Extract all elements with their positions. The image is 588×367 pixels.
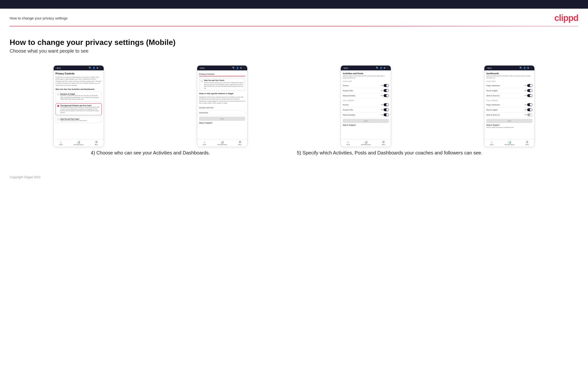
phone1-privacy-desc: Control how you and your data appears to… [56,76,102,86]
phone4-followers-label: FOLLOWERS [486,100,532,101]
phone2-save-button[interactable]: Save [199,117,245,121]
phone3-nav-home[interactable]: ⌂ Home [346,141,350,145]
toggle-1[interactable] [384,84,389,87]
header: How to change your privacy settings clip… [0,9,588,26]
phone1-nav-menu[interactable]: ☰ Menu [95,141,98,145]
toggle-11[interactable] [527,108,532,111]
phone3-coaches-drills[interactable]: Practice Drills ON [343,88,389,93]
phone3-followers-rounds[interactable]: Rounds ON [343,102,389,107]
toggle-3[interactable] [384,94,389,97]
phone4-save-button[interactable]: Save [486,119,532,123]
phone3-topbar: ‹ Back 🔍 👤 ⚙ ⋮ [341,66,391,70]
phone4-back[interactable]: ‹ Back [486,67,492,69]
phone1-option-3[interactable]: Only You and Your Coach Only you and the… [56,117,102,123]
settings-icon[interactable]: ⚙ [96,67,98,69]
phone2-back[interactable]: ‹ Back [199,67,205,69]
phone2-info-card: Only You and Your Coach Only you and the… [199,78,245,91]
phone1-icons: 🔍 👤 ⚙ ⋮ [89,67,102,69]
toggle-4[interactable] [384,103,389,106]
phone-column-2: ‹ Back 🔍 👤 ⚙ ⋮ Privacy Controls [153,65,291,147]
settings-icon-2[interactable]: ⚙ [240,67,242,69]
settings-icon-3[interactable]: ⚙ [384,67,386,69]
toggle-9[interactable] [527,94,532,97]
phone3-coaches-rounds-label: Rounds [343,85,348,86]
phone1-radio-3 [57,118,59,120]
dots-icon-3[interactable]: ⋮ [387,67,389,69]
phone3-followers-drills[interactable]: Practice Drills ON [343,107,389,112]
phone3-followers-label: FOLLOWERS [343,100,389,101]
phone2-topbar: ‹ Back 🔍 👤 ⚙ ⋮ [197,66,247,70]
phone1-nav-performance[interactable]: 📊 My Performance [74,141,83,145]
phone4-followers-workOn[interactable]: What To Work On ON [486,112,532,117]
toggle-8[interactable] [527,89,532,92]
toggle-wrapper-9: ON [524,94,532,97]
dots-icon[interactable]: ⋮ [100,67,102,69]
dots-icon-4[interactable]: ⋮ [530,67,532,69]
phone3-coaches-manual[interactable]: Manual Activities ON [343,93,389,98]
phone2-nav-home[interactable]: ⌂ Home [203,141,206,145]
phone2-nav-performance[interactable]: 📊 My Performance [217,141,227,145]
dots-icon-2[interactable]: ⋮ [243,67,245,69]
phone4-followers-insights[interactable]: Round Insights ON [486,107,532,112]
home-icon-3: ⌂ [347,141,349,144]
toggle-wrapper-7: ON [524,84,532,87]
phone4-coaches-player[interactable]: Player Dashboard ON [486,83,532,88]
phone4-nav-home[interactable]: ⌂ Home [490,141,494,145]
phone3-back[interactable]: ‹ Back [343,67,348,69]
phone4-nav-menu[interactable]: ☰ Menu [526,141,529,145]
phone3-home-label: Home [346,144,350,145]
toggle-12[interactable] [527,113,532,116]
toggle-2[interactable] [384,89,389,92]
phone1-privacy-title: Privacy Controls [56,72,102,75]
search-icon[interactable]: 🔍 [89,67,91,69]
phone3-coaches-manual-label: Manual Activities [343,95,355,97]
phone3-followers-manual[interactable]: Manual Activities ON [343,112,389,117]
phone2-menu-dashboards[interactable]: Dashboards › [199,110,245,115]
page-heading: How to change your privacy settings (Mob… [10,38,578,47]
phone1-topbar: ‹ Back 🔍 👤 ⚙ ⋮ [54,66,104,70]
phone4-coaches-insights[interactable]: Round Insights ON [486,88,532,93]
phone1-option-1[interactable]: Everyone on Clippd Everyone on Clippd ca… [56,92,102,102]
phone1-option3-label: Only You and Your Coach [60,118,87,120]
phone4-coaches-workOn[interactable]: What To Work On ON [486,93,532,98]
phone2-info-title: Only You and Your Coach [204,80,244,81]
phone3-nav-menu[interactable]: ☰ Menu [382,141,385,145]
caption-34-text: 5) Specify which Activities, Posts and D… [297,149,483,156]
phone3-coaches-label: COACHES [343,80,389,82]
toggle-10[interactable] [527,103,532,106]
phone2-home-label: Home [203,144,206,145]
phone4-followers-insights-label: Round Insights [486,109,498,111]
phone1-option-2[interactable]: Only Approved Followers and Your Coach O… [56,103,102,115]
toggle-6[interactable] [384,113,389,116]
settings-icon-4[interactable]: ⚙ [527,67,529,69]
phone3-save-button[interactable]: Save [343,119,389,123]
person-icon[interactable]: 👤 [93,67,95,69]
phone3-nav-performance[interactable]: 📊 My Performance [361,141,371,145]
search-icon-2[interactable]: 🔍 [232,67,235,69]
menu-icon-3: ☰ [382,141,385,144]
phone1-perf-label: My Performance [74,144,83,145]
person-icon-2[interactable]: 👤 [236,67,239,69]
phone2-tab[interactable]: Privacy Controls [199,72,215,76]
phone4-coaches-workOn-label: What To Work On [486,95,500,97]
chart-icon: 📊 [77,141,80,144]
phone2-menu-activities[interactable]: Activities and Posts › [199,105,245,110]
toggle-7[interactable] [527,84,532,87]
phone4-bottom-nav: ⌂ Home 📊 My Performance ☰ Menu [484,139,534,147]
toggle-5[interactable] [384,108,389,111]
phone4-nav-performance[interactable]: 📊 My Performance [505,141,514,145]
phone3-coaches-rounds[interactable]: Rounds ON [343,83,389,88]
phone1-nav-home[interactable]: ⌂ Home [59,141,63,145]
phone2-nav-menu[interactable]: ☰ Menu [238,141,242,145]
phone2-help-support: Help & Support [199,122,245,124]
phone2-icons: 🔍 👤 ⚙ ⋮ [232,67,245,69]
home-icon: ⌂ [60,141,62,144]
phone1-back[interactable]: ‹ Back [56,67,61,69]
caption-3-4: 5) Specify which Activities, Posts and D… [297,149,579,156]
person-icon-3[interactable]: 👤 [380,67,382,69]
phone1-option1-label: Everyone on Clippd [60,93,100,95]
phone4-followers-player[interactable]: Player Dashboard ON [486,102,532,107]
search-icon-4[interactable]: 🔍 [519,67,522,69]
person-icon-4[interactable]: 👤 [523,67,526,69]
search-icon-3[interactable]: 🔍 [376,67,379,69]
